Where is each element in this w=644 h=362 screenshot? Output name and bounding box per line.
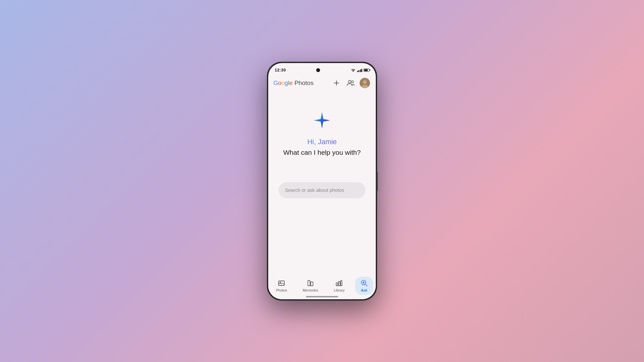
nav-memories[interactable]: Memories bbox=[298, 277, 323, 295]
google-wordmark: Google bbox=[273, 79, 293, 87]
camera-notch bbox=[316, 68, 320, 72]
svg-line-14 bbox=[365, 284, 367, 286]
svg-rect-11 bbox=[338, 282, 340, 286]
avatar bbox=[360, 78, 370, 88]
ask-nav-label: Ask bbox=[361, 288, 367, 292]
search-input[interactable]: Search or ask about photos bbox=[279, 182, 365, 198]
ask-nav-icon bbox=[360, 279, 368, 287]
avatar-image bbox=[360, 78, 370, 88]
add-button[interactable] bbox=[331, 77, 342, 89]
share-people-button[interactable] bbox=[345, 77, 356, 89]
side-button bbox=[377, 172, 378, 191]
svg-rect-8 bbox=[308, 281, 310, 286]
nav-library[interactable]: Library bbox=[329, 277, 350, 295]
photos-nav-label: Photos bbox=[276, 288, 287, 292]
svg-point-2 bbox=[348, 80, 351, 83]
photos-nav-icon bbox=[278, 279, 285, 287]
app-header: Google Photos bbox=[268, 75, 376, 91]
bottom-nav: Photos Memories bbox=[268, 275, 376, 299]
signal-icon bbox=[357, 68, 363, 72]
photos-wordmark: Photos bbox=[295, 79, 314, 87]
phone-frame: 12:30 bbox=[267, 62, 377, 300]
home-indicator bbox=[306, 296, 338, 297]
subtitle-text: What can I help you with? bbox=[283, 149, 361, 156]
svg-point-3 bbox=[352, 81, 354, 83]
greeting-text: Hi, Jamie bbox=[307, 138, 337, 146]
library-nav-icon bbox=[335, 279, 343, 287]
battery-icon bbox=[364, 69, 369, 72]
status-bar: 12:30 bbox=[268, 63, 376, 75]
people-icon bbox=[347, 79, 355, 87]
status-icons bbox=[351, 68, 370, 72]
svg-rect-9 bbox=[311, 282, 313, 286]
avatar-button[interactable] bbox=[359, 77, 371, 89]
ai-sparkle-icon bbox=[312, 111, 332, 130]
svg-point-5 bbox=[363, 80, 367, 84]
nav-photos[interactable]: Photos bbox=[271, 277, 292, 295]
nav-ask[interactable]: Ask bbox=[355, 277, 373, 295]
plus-icon bbox=[333, 79, 340, 87]
search-placeholder: Search or ask about photos bbox=[285, 187, 344, 193]
svg-rect-12 bbox=[341, 281, 342, 286]
main-content: Hi, Jamie What can I help you with? Sear… bbox=[268, 91, 376, 275]
phone-screen: 12:30 bbox=[268, 63, 376, 299]
library-nav-label: Library bbox=[334, 288, 345, 292]
wifi-icon bbox=[351, 68, 356, 72]
svg-rect-6 bbox=[279, 281, 284, 285]
memories-nav-icon bbox=[307, 279, 314, 287]
status-time: 12:30 bbox=[275, 68, 286, 72]
memories-nav-label: Memories bbox=[303, 288, 318, 292]
app-logo: Google Photos bbox=[273, 79, 331, 87]
header-actions bbox=[331, 77, 371, 89]
svg-rect-10 bbox=[336, 283, 338, 286]
